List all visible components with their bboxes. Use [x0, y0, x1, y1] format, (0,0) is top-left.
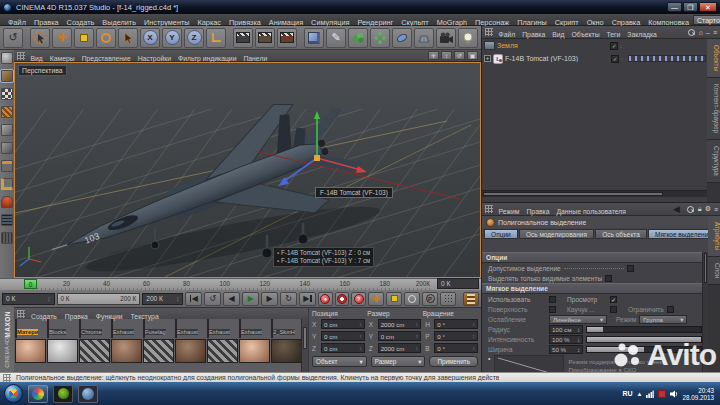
- coordinate-system-icon[interactable]: [206, 28, 226, 48]
- falloff-dropdown[interactable]: Линейное▾: [549, 315, 607, 324]
- position-field[interactable]: 0 cm↕: [321, 319, 365, 329]
- om-menu-item[interactable]: Вид: [549, 31, 568, 38]
- play-loop-button[interactable]: ↻: [280, 292, 297, 306]
- intensity-field[interactable]: 100 %↕: [549, 335, 583, 344]
- panel-menu-icon[interactable]: ≡: [713, 29, 717, 36]
- material-thumb-partial[interactable]: [143, 339, 174, 363]
- edges-mode-icon[interactable]: [1, 160, 13, 172]
- panel-tab[interactable]: Контент-браузер: [707, 78, 720, 140]
- position-field[interactable]: 0 cm↕: [321, 343, 365, 353]
- search-icon[interactable]: [686, 205, 695, 214]
- attr-menu-item[interactable]: Данные пользователя: [553, 208, 630, 215]
- light-icon[interactable]: [458, 28, 478, 48]
- material-thumb-partial[interactable]: [207, 339, 238, 363]
- preview-checkbox[interactable]: ✓: [610, 296, 617, 303]
- make-editable-icon[interactable]: [1, 52, 13, 64]
- material-item[interactable]: Chrome: [79, 320, 110, 338]
- enable-checkbox[interactable]: ✓: [611, 55, 619, 63]
- gear-icon[interactable]: ⚙: [705, 205, 711, 213]
- material-item[interactable]: 2_SkinH: [271, 320, 302, 338]
- current-frame-field[interactable]: 0 К: [437, 278, 479, 289]
- mode-dropdown[interactable]: Группа▾: [639, 315, 687, 324]
- viewport-menu-item[interactable]: Настройки: [134, 55, 174, 62]
- keyframe-film-icon[interactable]: [463, 292, 479, 306]
- start-button[interactable]: [4, 384, 23, 403]
- size-field[interactable]: 2000 cm↕: [378, 343, 422, 353]
- key-scale-toggle[interactable]: [386, 292, 402, 306]
- model-mode-icon[interactable]: [1, 70, 13, 82]
- axis-y-button[interactable]: Y: [162, 28, 182, 48]
- view-label[interactable]: Перспектива: [18, 65, 67, 76]
- material-thumb-partial[interactable]: [47, 339, 78, 363]
- panel-tab[interactable]: Структура: [707, 140, 720, 183]
- panel-tab[interactable]: Объекты: [707, 39, 720, 78]
- expand-icon[interactable]: +: [484, 55, 491, 62]
- toggle-view-icon[interactable]: ▣: [467, 51, 478, 60]
- intensity-slider[interactable]: [586, 336, 702, 343]
- object-name[interactable]: Земля: [497, 42, 518, 49]
- rotation-field[interactable]: 0 °↕: [434, 331, 478, 341]
- home-icon[interactable]: ⌂: [699, 29, 703, 36]
- material-item[interactable]: Blocks: [47, 320, 78, 338]
- key-pla-toggle[interactable]: [440, 292, 456, 306]
- section-header-soft[interactable]: Мягкое выделение: [482, 283, 708, 294]
- object-row-earth[interactable]: Земля ✓:: [482, 39, 708, 52]
- material-thumb-partial[interactable]: [175, 339, 206, 363]
- action-center-icon[interactable]: [658, 390, 666, 398]
- allowed-selection-checkbox[interactable]: [627, 265, 634, 272]
- size-field[interactable]: 2000 cm↕: [378, 319, 422, 329]
- spline-primitive-icon[interactable]: [392, 28, 412, 48]
- clock[interactable]: 20:43 28.09.2013: [682, 387, 716, 401]
- timeline-ruler[interactable]: 20406080100120140160180200К: [0, 278, 481, 290]
- viewport-canvas[interactable]: 103 Перспектива: [14, 62, 481, 278]
- taskbar-app-cinema4d[interactable]: [78, 385, 98, 403]
- layout-dropdown[interactable]: Стартовая▾: [693, 15, 720, 25]
- material-thumb-partial[interactable]: [239, 339, 270, 363]
- array-icon[interactable]: [370, 28, 390, 48]
- attr-menu-item[interactable]: Правка: [523, 208, 553, 215]
- rotation-field[interactable]: 0 °↕: [434, 319, 478, 329]
- radius-slider[interactable]: [586, 326, 702, 333]
- tray-expand-icon[interactable]: ▲: [637, 391, 643, 397]
- material-menu-item[interactable]: Создать: [27, 313, 61, 320]
- attr-menu-item[interactable]: Режим: [495, 208, 523, 215]
- taskbar-app-paint[interactable]: [28, 385, 48, 403]
- radius-field[interactable]: 100 см↕: [549, 325, 583, 334]
- viewport-menu-item[interactable]: Вид: [27, 55, 46, 62]
- viewport-menu-item[interactable]: Панели: [240, 55, 271, 62]
- material-item[interactable]: Fuselag: [143, 320, 174, 338]
- network-icon[interactable]: [646, 390, 654, 398]
- position-field[interactable]: 0 cm↕: [321, 331, 365, 341]
- apply-button[interactable]: Применить: [429, 356, 478, 367]
- attribute-tab[interactable]: Опции: [484, 229, 518, 239]
- subdivision-icon[interactable]: [348, 28, 368, 48]
- om-menu-item[interactable]: Файл: [495, 31, 519, 38]
- live-selection-icon[interactable]: [30, 28, 50, 48]
- attribute-tab[interactable]: Ось объекта: [595, 229, 647, 239]
- key-rotation-toggle[interactable]: [404, 292, 420, 306]
- move-tool-icon[interactable]: ✚: [52, 28, 72, 48]
- frame-end-field[interactable]: 200 К↕: [142, 293, 183, 305]
- volume-icon[interactable]: [670, 390, 678, 398]
- panel-tab[interactable]: Атрибуты: [708, 216, 720, 257]
- material-thumb-partial[interactable]: [79, 339, 110, 363]
- visibility-dots[interactable]: :: [620, 44, 622, 48]
- material-item[interactable]: Матери: [15, 320, 46, 338]
- object-axis-mode-icon[interactable]: [1, 124, 13, 136]
- object-manager-scrollbar[interactable]: [482, 190, 708, 197]
- minimize-panel-icon[interactable]: –: [706, 29, 710, 36]
- material-thumb-partial[interactable]: [15, 339, 46, 363]
- surface-checkbox[interactable]: [549, 306, 556, 313]
- key-position-toggle[interactable]: ✚: [368, 292, 384, 306]
- snap-magnet-icon[interactable]: [1, 196, 13, 208]
- scale-tool-icon[interactable]: [74, 28, 94, 48]
- material-menu-item[interactable]: Функции: [92, 313, 127, 320]
- workplane-mode-icon[interactable]: [1, 106, 13, 118]
- enable-checkbox[interactable]: ✓: [610, 42, 618, 50]
- search-icon[interactable]: [687, 28, 696, 37]
- panel-tab[interactable]: Слои: [708, 257, 720, 285]
- panel-grid-icon[interactable]: [17, 52, 25, 60]
- object-row-f14[interactable]: + L F-14B Tomcat (VF-103) ✓:: [482, 52, 708, 65]
- material-item[interactable]: Exhaust: [207, 320, 238, 338]
- language-indicator[interactable]: RU: [622, 390, 632, 397]
